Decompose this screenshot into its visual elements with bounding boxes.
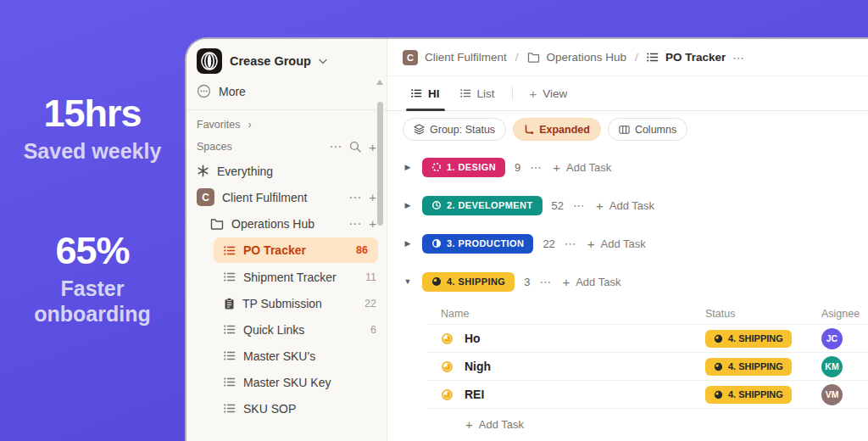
status-label: 4. SHIPPING [728,361,783,371]
layers-icon [414,124,425,135]
group-by-pill[interactable]: Group: Status [403,118,506,141]
sidebar-item-operations-hub[interactable]: Operations Hub ⋯ + [186,210,387,237]
sidebar-scrollbar[interactable] [377,102,383,226]
ellipsis-icon[interactable]: ⋯ [539,275,553,288]
sidebar-item-everything[interactable]: Everything [186,158,387,184]
column-header-name[interactable]: Name [427,308,705,320]
stat-value: 15hrs [24,92,162,136]
add-task-row[interactable]: + Add Task [465,417,524,432]
list-icon [224,245,236,256]
expand-group-icon[interactable]: ▶ [403,201,413,209]
item-count: 22 [364,298,376,310]
ellipsis-icon[interactable]: ⋯ [530,160,543,174]
task-status-pie-icon[interactable] [441,360,453,373]
plus-icon: + [587,237,595,251]
column-header-assignee[interactable]: Asignee [821,308,868,320]
sidebar-item-shipment-tracker[interactable]: Shipment Tracker 11 [186,264,387,290]
add-space-icon[interactable]: + [369,140,376,154]
tab-active-view[interactable]: HI [403,76,448,110]
assignee-avatar[interactable]: JC [821,328,843,349]
more-label: More [219,85,246,98]
status-badge-shipping[interactable]: 4. SHIPPING [422,272,515,292]
add-icon[interactable]: + [369,190,376,204]
ellipsis-icon[interactable]: ⋯ [329,139,342,154]
more-circle-icon [197,84,211,98]
assignee-avatar[interactable]: KM [821,356,843,377]
status-badge-design[interactable]: 1. DESIGN [422,158,505,177]
search-icon[interactable] [349,141,361,153]
breadcrumb-space[interactable]: Client Fulfilment [425,51,507,64]
workspace-switcher[interactable]: Crease Group [186,39,387,78]
collapse-group-icon[interactable]: ▼ [403,277,413,286]
marketing-graphic: 15hrs Saved weekly 65% Faster onboarding… [0,0,868,441]
sidebar-item-client-fulfilment[interactable]: C Client Fulfilment ⋯ + [186,184,387,210]
status-dashed-circle-icon [431,162,442,172]
expand-group-icon[interactable]: ▶ [403,239,413,248]
sidebar-item-tp-submission[interactable]: TP Submission 22 [186,290,387,316]
table-row[interactable]: Ho 4. SHIPPING JC [427,325,868,353]
status-pie-icon [714,390,723,399]
expand-group-icon[interactable]: ▶ [403,163,413,171]
status-label: 4. SHIPPING [728,333,783,343]
ellipsis-icon[interactable]: ⋯ [732,51,746,64]
stat-time-saved: 15hrs Saved weekly [24,92,162,165]
add-task-button[interactable]: + Add Task [553,160,611,175]
task-status-pie-icon[interactable] [441,332,453,345]
ellipsis-icon[interactable]: ⋯ [565,237,578,250]
scroll-up-arrow[interactable] [376,80,383,85]
group-name: 4. SHIPPING [447,276,505,287]
breadcrumb-folder[interactable]: Operations Hub [547,51,627,64]
view-tabs: HI List + View [387,76,868,111]
breadcrumb-current[interactable]: PO Tracker [665,51,726,64]
filter-toolbar: Group: Status Expanded Columns [387,111,868,146]
status-badge-development[interactable]: 2. DEVELOPMENT [422,196,542,215]
ellipsis-icon[interactable]: ⋯ [348,190,361,205]
sidebar-item-more[interactable]: More [186,78,387,104]
add-icon[interactable]: + [369,216,376,231]
sidebar-item-sku-sop[interactable]: SKU SOP [186,395,387,421]
favorites-section[interactable]: Favorites › [186,114,387,136]
add-task-button[interactable]: + Add Task [596,198,654,213]
tab-list-view[interactable]: List [452,76,504,110]
plus-icon: + [553,160,560,175]
column-header-status[interactable]: Status [705,308,821,320]
columns-label: Columns [635,124,676,136]
list-icon [224,324,236,335]
expanded-pill[interactable]: Expanded [513,118,601,141]
add-task-button[interactable]: + Add Task [587,237,646,251]
table-row[interactable]: REI 4. SHIPPING VM [427,381,868,409]
main-content: C Client Fulfilment / Operations Hub / P… [387,39,868,441]
task-name[interactable]: Ho [465,332,481,345]
add-task-label: Add Task [601,237,646,250]
ellipsis-icon[interactable]: ⋯ [348,216,361,232]
status-badge-production[interactable]: 3. PRODUCTION [422,234,533,254]
table-row[interactable]: Nigh 4. SHIPPING KM [427,353,868,381]
assignee-avatar[interactable]: VM [821,384,843,405]
sidebar-item-label: TP Submission [242,297,322,310]
task-status-pie-icon[interactable] [441,388,453,401]
list-icon [224,271,236,282]
tab-divider [512,87,513,100]
add-task-button[interactable]: + Add Task [562,275,620,289]
spaces-section[interactable]: Spaces ⋯ + [186,136,387,158]
sidebar-item-label: Client Fulfilment [222,191,307,204]
sidebar-item-po-tracker[interactable]: PO Tracker 86 [214,237,378,263]
sidebar-item-label: PO Tracker [243,243,306,257]
group-production: ▶ 3. PRODUCTION 22 ⋯ + Add Task [403,227,868,260]
task-status-badge[interactable]: 4. SHIPPING [705,358,792,376]
task-table: Name Status Asignee Ho [427,304,868,433]
sidebar-item-master-sku-key[interactable]: Master SKU Key [186,369,387,395]
task-status-badge[interactable]: 4. SHIPPING [705,330,792,348]
task-name[interactable]: REI [465,388,484,401]
ellipsis-icon[interactable]: ⋯ [573,198,587,212]
columns-pill[interactable]: Columns [608,118,687,141]
folder-icon [527,52,540,63]
task-name[interactable]: Nigh [465,360,491,373]
sidebar-item-quick-links[interactable]: Quick Links 6 [186,316,387,343]
sidebar-item-master-skus[interactable]: Master SKU's [186,343,387,369]
group-design: ▶ 1. DESIGN 9 ⋯ + Add Task [403,151,868,183]
stats-panel: 15hrs Saved weekly 65% Faster onboarding [0,0,185,441]
status-clock-icon [431,200,442,210]
add-view-button[interactable]: + View [521,76,576,110]
task-status-badge[interactable]: 4. SHIPPING [705,386,792,404]
